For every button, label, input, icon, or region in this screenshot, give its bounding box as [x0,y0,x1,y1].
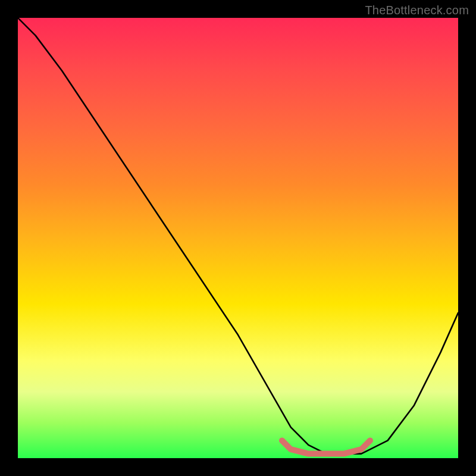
optimal-band-path [282,440,370,453]
plot-area [18,18,458,458]
chart-overlay [18,18,458,458]
bottleneck-curve-path [18,18,458,454]
chart-frame: TheBottleneck.com [0,0,476,476]
attribution-text: TheBottleneck.com [365,4,469,17]
